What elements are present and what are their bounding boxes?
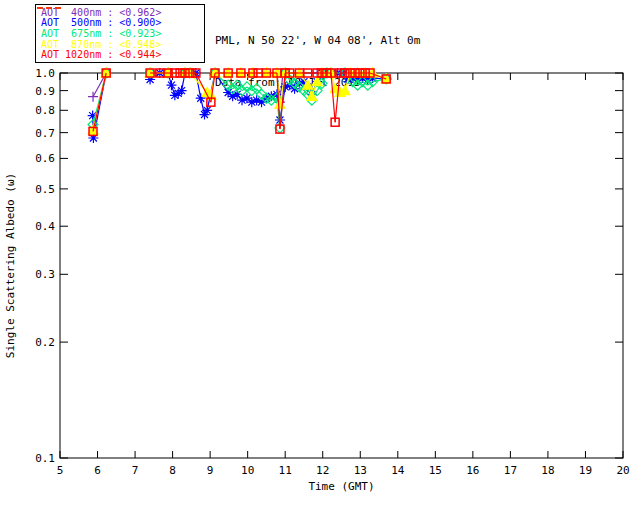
- x-tick-label: 16: [466, 464, 479, 477]
- y-tick-label: 0.5: [35, 183, 55, 196]
- y-tick-label: 0.4: [35, 220, 55, 233]
- legend-item-1020nm: AOT 1020nm : <0.944>: [41, 50, 204, 60]
- plot-border: [60, 73, 623, 458]
- y-tick-label: 1.0: [35, 67, 55, 80]
- legend-label: AOT 500nm : <0.900>: [41, 17, 161, 28]
- x-tick-label: 20: [616, 464, 629, 477]
- y-tick-label: 0.6: [35, 152, 55, 165]
- x-tick-label: 18: [541, 464, 554, 477]
- legend-box: AOT 400nm : <0.962>AOT 500nm : <0.900>AO…: [35, 4, 205, 63]
- x-tick-label: 7: [132, 464, 139, 477]
- legend-item-500nm: AOT 500nm : <0.900>: [41, 18, 204, 28]
- x-tick-label: 5: [57, 464, 64, 477]
- x-tick-label: 14: [391, 464, 405, 477]
- legend-label: AOT 1020nm : <0.944>: [41, 49, 161, 60]
- x-tick-label: 17: [504, 464, 517, 477]
- y-tick-label: 0.3: [35, 268, 55, 281]
- x-tick-label: 8: [169, 464, 176, 477]
- legend-item-675nm: AOT 675nm : <0.923>: [41, 28, 204, 38]
- x-axis-label: Time (GMT): [308, 480, 374, 493]
- legend-label: AOT 870nm : <0.948>: [41, 39, 161, 50]
- x-tick-label: 10: [241, 464, 254, 477]
- x-axis: 567891011121314151617181920Time (GMT): [57, 73, 630, 493]
- x-tick-label: 6: [94, 464, 101, 477]
- series-aot-500nm: [88, 68, 392, 143]
- x-tick-label: 15: [429, 464, 442, 477]
- x-tick-label: 12: [316, 464, 329, 477]
- y-tick-label: 0.7: [35, 127, 55, 140]
- legend-item-870nm: AOT 870nm : <0.948>: [41, 39, 204, 49]
- x-tick-label: 13: [354, 464, 367, 477]
- y-tick-label: 0.2: [35, 336, 55, 349]
- y-axis-label: Single Scattering Albedo (ω): [4, 173, 17, 358]
- y-tick-label: 0.8: [35, 104, 55, 117]
- y-tick-label: 0.9: [35, 85, 55, 98]
- legend-item-400nm: AOT 400nm : <0.962>: [41, 7, 204, 17]
- ssa-plot-screen: PML, N 50 22', W 04 08', Alt 0m Data fro…: [0, 0, 640, 512]
- ssa-chart: 567891011121314151617181920Time (GMT)1.0…: [0, 0, 640, 512]
- x-tick-label: 11: [279, 464, 292, 477]
- legend-label: AOT 675nm : <0.923>: [41, 28, 161, 39]
- x-tick-label: 19: [579, 464, 592, 477]
- legend-dash-icon: [36, 5, 64, 11]
- y-tick-label: 0.1: [35, 452, 55, 465]
- x-tick-label: 9: [207, 464, 214, 477]
